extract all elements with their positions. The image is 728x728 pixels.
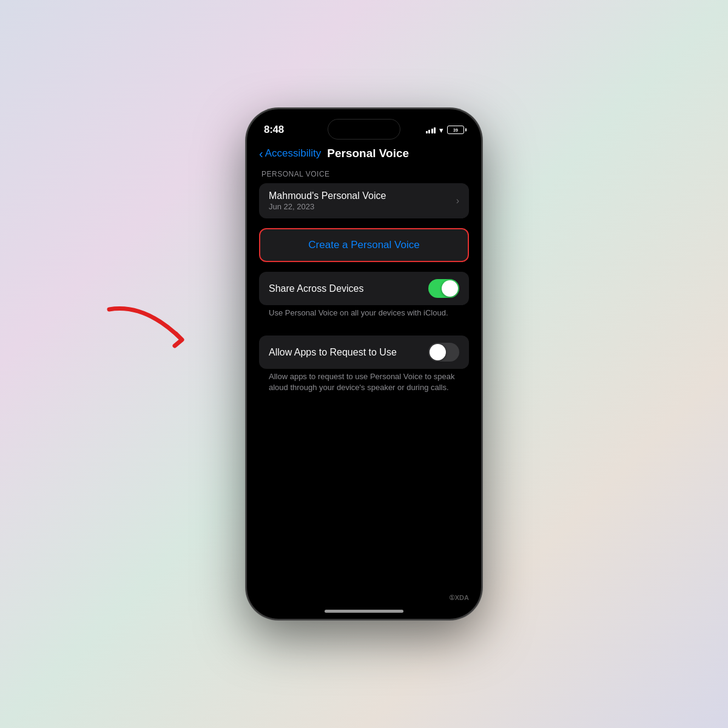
content-area: PERSONAL VOICE Mahmoud's Personal Voice … bbox=[247, 167, 481, 401]
phone-frame: 8:48 ▾ 39 bbox=[246, 108, 482, 620]
share-across-devices-label: Share Across Devices bbox=[269, 283, 364, 294]
back-label: Accessibility bbox=[265, 147, 322, 160]
arrow-annotation bbox=[97, 297, 231, 370]
allow-apps-label: Allow Apps to Request to Use bbox=[269, 347, 397, 358]
scene: 8:48 ▾ 39 bbox=[0, 0, 728, 728]
allow-apps-toggle[interactable] bbox=[428, 343, 459, 362]
section-label-personal-voice: PERSONAL VOICE bbox=[261, 170, 469, 178]
share-across-devices-row: Share Across Devices bbox=[259, 272, 469, 305]
dynamic-island bbox=[328, 119, 400, 140]
create-personal-voice-button[interactable]: Create a Personal Voice bbox=[260, 229, 468, 261]
allow-apps-card: Allow Apps to Request to Use bbox=[259, 335, 469, 369]
personal-voice-list: Mahmoud's Personal Voice Jun 22, 2023 › bbox=[259, 183, 469, 218]
xda-watermark: ①XDA bbox=[449, 594, 469, 602]
share-across-devices-card: Share Across Devices bbox=[259, 272, 469, 305]
page-title: Personal Voice bbox=[327, 147, 409, 160]
allow-apps-description: Allow apps to request to use Personal Vo… bbox=[259, 369, 469, 400]
allow-apps-section: Allow Apps to Request to Use Allow apps … bbox=[259, 335, 469, 400]
share-across-devices-toggle[interactable] bbox=[428, 279, 459, 298]
share-across-devices-section: Share Across Devices Use Personal Voice … bbox=[259, 272, 469, 326]
create-personal-voice-label: Create a Personal Voice bbox=[270, 239, 458, 251]
voice-entry-content: Mahmoud's Personal Voice Jun 22, 2023 bbox=[269, 190, 456, 211]
allow-apps-row: Allow Apps to Request to Use bbox=[259, 335, 469, 369]
phone-screen: 8:48 ▾ 39 bbox=[247, 109, 481, 619]
nav-header: ‹ Accessibility Personal Voice bbox=[247, 142, 481, 167]
voice-entry-row[interactable]: Mahmoud's Personal Voice Jun 22, 2023 › bbox=[259, 183, 469, 218]
back-button[interactable]: ‹ Accessibility bbox=[259, 147, 321, 160]
chevron-right-icon: › bbox=[456, 195, 459, 206]
create-personal-voice-card: Create a Personal Voice bbox=[259, 228, 469, 262]
share-across-devices-description: Use Personal Voice on all your devices w… bbox=[259, 305, 469, 326]
voice-entry-name: Mahmoud's Personal Voice bbox=[269, 190, 456, 201]
back-chevron-icon: ‹ bbox=[259, 147, 263, 160]
home-indicator[interactable] bbox=[325, 610, 403, 613]
voice-entry-date: Jun 22, 2023 bbox=[269, 202, 456, 211]
toggle-knob bbox=[442, 280, 458, 297]
allow-apps-toggle-knob bbox=[430, 344, 446, 360]
notch-area bbox=[247, 109, 481, 142]
